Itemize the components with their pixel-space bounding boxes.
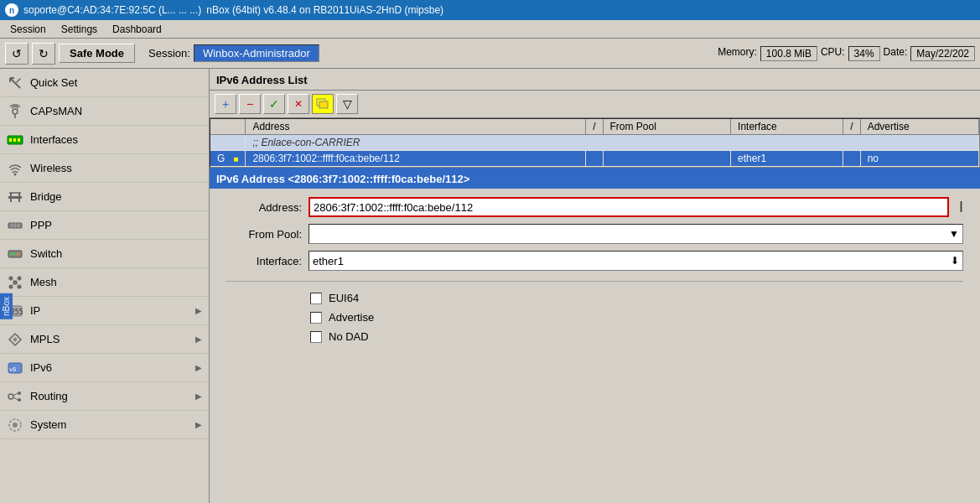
- advertise-row: Advertise: [226, 311, 963, 324]
- svg-line-33: [15, 283, 19, 287]
- redo-button[interactable]: ↻: [32, 43, 55, 65]
- title-bar: n soporte@C4:AD:34:7E:92:5C (L... ... ..…: [0, 0, 980, 20]
- row-flag: G ■: [210, 151, 246, 167]
- undo-button[interactable]: ↺: [5, 43, 29, 65]
- mpls-arrow-icon: ▶: [195, 334, 202, 344]
- sidebar-item-mpls[interactable]: MPLS ▶: [0, 325, 209, 354]
- from-pool-dropdown[interactable]: ▼: [309, 224, 963, 244]
- eui64-row: EUI64: [226, 292, 963, 304]
- interface-label: Interface:: [226, 255, 302, 267]
- copy-button[interactable]: [312, 94, 334, 114]
- sidebar-label-mesh: Mesh: [30, 276, 202, 288]
- address-input[interactable]: [309, 197, 949, 217]
- antenna-icon: [7, 103, 23, 120]
- detail-title: IPv6 Address <2806:3f7:1002::ffff:f0ca:b…: [210, 169, 980, 189]
- col-header-empty: [210, 119, 246, 135]
- col-header-from-pool[interactable]: From Pool: [603, 119, 731, 135]
- svg-rect-7: [13, 138, 16, 142]
- advertise-label: Advertise: [329, 311, 374, 324]
- safe-mode-button[interactable]: Safe Mode: [59, 44, 135, 63]
- sidebar-item-ip[interactable]: 255 IP ▶: [0, 297, 209, 325]
- menu-bar: Session Settings Dashboard: [0, 20, 980, 39]
- dropdown-arrow-icon: ▼: [949, 228, 959, 240]
- routing-arrow-icon: ▶: [195, 392, 202, 401]
- svg-point-39: [18, 392, 21, 395]
- svg-rect-6: [9, 138, 12, 142]
- sidebar-label-ipv6: IPv6: [30, 361, 189, 374]
- interface-value: ether1: [313, 255, 344, 267]
- address-table: Address / From Pool Interface / Advertis…: [210, 119, 979, 167]
- detail-panel: IPv6 Address <2806:3f7:1002::ffff:f0ca:b…: [210, 168, 980, 503]
- row-comment-text: ;; Enlace-con-CARRIER: [246, 135, 979, 151]
- svg-rect-24: [20, 253, 21, 255]
- table-row-comment: ;; Enlace-con-CARRIER: [210, 135, 979, 151]
- session-value: Winbox-Administrador: [194, 44, 319, 62]
- form-content: Address: I From Pool: ▼ Interface:: [210, 189, 980, 351]
- panel-toolbar: + − ✓ ✕ ▽: [210, 91, 980, 118]
- filter-button[interactable]: ▽: [336, 94, 358, 114]
- main-layout: Quick Set CAPsMAN: [0, 69, 980, 503]
- status-right: Memory: 100.8 MiB CPU: 34% Date: May/22/…: [718, 46, 975, 61]
- row-address-cell: 2806:3f7:1002::ffff:f0ca:bebe/112: [246, 151, 586, 167]
- date-value: May/22/202: [910, 46, 975, 61]
- eui64-label: EUI64: [329, 292, 359, 304]
- form-divider: [226, 281, 963, 282]
- eui64-checkbox[interactable]: [310, 293, 322, 304]
- cpu-label: CPU:: [821, 46, 845, 61]
- col-header-interface[interactable]: Interface: [731, 119, 843, 135]
- wifi-icon: [7, 160, 23, 177]
- menu-settings[interactable]: Settings: [54, 22, 104, 37]
- advertise-checkbox[interactable]: [310, 312, 322, 324]
- sidebar-label-interfaces: Interfaces: [30, 133, 202, 146]
- date-label: Date:: [884, 46, 908, 61]
- sidebar-item-interfaces[interactable]: Interfaces: [0, 126, 209, 154]
- sidebar-item-capsman[interactable]: CAPsMAN: [0, 97, 209, 126]
- svg-rect-8: [18, 138, 20, 142]
- menu-dashboard[interactable]: Dashboard: [106, 22, 169, 37]
- row-from-pool-cell: [603, 151, 731, 167]
- nodad-checkbox[interactable]: [310, 331, 322, 343]
- panel-title: IPv6 Address List: [210, 69, 980, 91]
- ipv6-arrow-icon: ▶: [195, 363, 202, 372]
- nbox-tab[interactable]: nBox: [0, 293, 13, 319]
- address-table-container: Address / From Pool Interface / Advertis…: [210, 118, 980, 168]
- sidebar-item-wireless[interactable]: Wireless: [0, 154, 209, 183]
- row-advertise-cell: no: [860, 151, 978, 167]
- sidebar-label-routing: Routing: [30, 390, 189, 402]
- sidebar-item-system[interactable]: System ▶: [0, 411, 209, 439]
- col-header-advertise[interactable]: Advertise: [860, 119, 978, 135]
- sidebar-item-ppp[interactable]: PPP: [0, 211, 209, 240]
- toolbar: ↺ ↻ Safe Mode Session: Winbox-Administra…: [0, 39, 980, 69]
- check-button[interactable]: ✓: [263, 94, 285, 114]
- svg-rect-22: [13, 253, 15, 255]
- svg-rect-21: [10, 253, 12, 255]
- memory-label: Memory:: [718, 46, 757, 61]
- system-arrow-icon: ▶: [195, 420, 202, 429]
- sidebar-item-routing[interactable]: Routing ▶: [0, 382, 209, 411]
- row-sep2: [843, 151, 860, 167]
- sidebar-item-mesh[interactable]: Mesh: [0, 268, 209, 297]
- remove-button[interactable]: −: [239, 94, 261, 114]
- sidebar-label-wireless: Wireless: [30, 162, 202, 174]
- col-header-address[interactable]: Address: [246, 119, 586, 135]
- cursor-icon: I: [959, 199, 963, 216]
- svg-line-41: [13, 393, 18, 396]
- table-row-selected[interactable]: G ■ 2806:3f7:1002::ffff:f0ca:bebe/112 et…: [210, 151, 979, 167]
- cross-button[interactable]: ✕: [288, 94, 309, 114]
- menu-session[interactable]: Session: [3, 22, 53, 37]
- row-interface-cell: ether1: [731, 151, 843, 167]
- memory-value: 100.8 MiB: [760, 46, 817, 61]
- cpu-value: 34%: [848, 46, 880, 61]
- sidebar-item-bridge[interactable]: Bridge: [0, 183, 209, 211]
- sidebar-item-switch[interactable]: Switch: [0, 240, 209, 268]
- sidebar-label-switch: Switch: [30, 247, 202, 260]
- svg-point-43: [13, 423, 18, 428]
- add-button[interactable]: +: [215, 94, 236, 114]
- sidebar-item-quick-set[interactable]: Quick Set: [0, 69, 209, 97]
- svg-rect-46: [319, 101, 328, 108]
- interface-dropdown[interactable]: ether1 ⬇: [309, 251, 963, 271]
- sidebar-item-ipv6[interactable]: v6 IPv6 ▶: [0, 354, 209, 382]
- svg-point-9: [14, 173, 17, 175]
- sidebar: Quick Set CAPsMAN: [0, 69, 210, 503]
- svg-point-40: [18, 398, 21, 402]
